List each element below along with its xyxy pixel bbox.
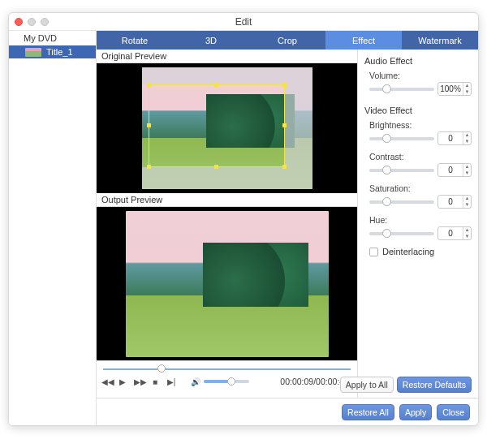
- saturation-thumb[interactable]: [382, 197, 391, 206]
- apply-button[interactable]: Apply: [399, 404, 432, 420]
- contrast-thumb[interactable]: [382, 166, 391, 174]
- effect-panel: Audio Effect Volume: 100%▲▼ Video Effect…: [358, 50, 478, 398]
- saturation-slider[interactable]: [369, 200, 434, 204]
- spinner-down-icon[interactable]: ▼: [463, 202, 471, 209]
- brightness-slider[interactable]: [369, 137, 434, 140]
- spinner-down-icon[interactable]: ▼: [463, 234, 471, 240]
- footer-buttons: Restore All Apply Close: [97, 398, 478, 425]
- deinterlacing-checkbox[interactable]: Deinterlacing: [364, 247, 472, 256]
- edit-window: Edit My DVD Title_1 Rotate 3D Crop Effec…: [8, 12, 479, 426]
- volume-playback-thumb[interactable]: [227, 377, 235, 386]
- title-thumbnail-icon: [25, 48, 41, 57]
- restore-all-button[interactable]: Restore All: [342, 404, 394, 420]
- spinner-down-icon[interactable]: ▼: [463, 170, 471, 177]
- tab-crop[interactable]: Crop: [249, 31, 325, 50]
- contrast-slider[interactable]: [369, 169, 434, 172]
- volume-thumb[interactable]: [382, 84, 391, 93]
- apply-to-all-button[interactable]: Apply to All: [340, 377, 394, 393]
- tab-effect[interactable]: Effect: [325, 31, 402, 50]
- sidebar-item-title1[interactable]: Title_1: [9, 45, 96, 58]
- crop-handle[interactable]: [147, 83, 151, 87]
- contrast-spinner[interactable]: 0▲▼: [437, 163, 472, 177]
- restore-defaults-button[interactable]: Restore Defaults: [397, 377, 472, 393]
- time-display: 00:00:09/00:00:41: [280, 377, 349, 386]
- hue-value: 0: [438, 229, 463, 238]
- prev-frame-icon[interactable]: ◀◀: [101, 377, 111, 386]
- saturation-value: 0: [438, 197, 463, 206]
- spinner-down-icon[interactable]: ▼: [463, 89, 471, 96]
- preview-area: Original Preview: [97, 50, 358, 398]
- sidebar: My DVD Title_1: [9, 31, 97, 425]
- tab-rotate[interactable]: Rotate: [97, 31, 173, 50]
- end-icon[interactable]: ▶|: [166, 377, 176, 386]
- brightness-label: Brightness:: [364, 120, 472, 130]
- crop-handle[interactable]: [282, 165, 287, 169]
- seek-thumb[interactable]: [157, 364, 166, 373]
- output-preview-label: Output Preview: [97, 193, 357, 207]
- crop-handle[interactable]: [282, 123, 287, 127]
- audio-effect-section: Audio Effect: [364, 56, 472, 66]
- output-preview-video: [126, 211, 329, 357]
- hue-thumb[interactable]: [382, 229, 391, 238]
- volume-playback-slider[interactable]: [204, 380, 249, 383]
- titlebar: Edit: [9, 13, 478, 31]
- crop-handle[interactable]: [214, 165, 218, 169]
- hue-label: Hue:: [364, 215, 472, 225]
- crop-handle[interactable]: [214, 83, 218, 87]
- brightness-spinner[interactable]: 0▲▼: [437, 131, 472, 145]
- window-title: Edit: [9, 16, 478, 28]
- crop-handle[interactable]: [147, 123, 151, 127]
- tab-3d[interactable]: 3D: [173, 31, 249, 50]
- spinner-up-icon[interactable]: ▲: [463, 196, 471, 202]
- playback-controls: ◀◀ ▶ ▶▶ ■ ▶| 🔊 00:00:09/00:00:: [97, 360, 357, 398]
- sidebar-root[interactable]: My DVD: [9, 31, 96, 45]
- brightness-thumb[interactable]: [382, 134, 391, 143]
- crop-handle[interactable]: [147, 165, 151, 169]
- deinterlacing-label: Deinterlacing: [382, 247, 434, 256]
- original-preview-label: Original Preview: [97, 50, 357, 63]
- crop-handle[interactable]: [282, 83, 287, 87]
- tabs: Rotate 3D Crop Effect Watermark: [97, 31, 478, 50]
- spinner-up-icon[interactable]: ▲: [463, 164, 471, 170]
- seek-slider[interactable]: [103, 365, 351, 373]
- hue-slider[interactable]: [369, 232, 434, 235]
- hue-spinner[interactable]: 0▲▼: [437, 226, 472, 240]
- play-icon[interactable]: ▶: [118, 377, 127, 386]
- crop-selection[interactable]: [149, 84, 285, 167]
- original-preview-frame: [97, 63, 357, 193]
- volume-icon[interactable]: 🔊: [191, 377, 200, 386]
- video-effect-section: Video Effect: [364, 106, 472, 115]
- spinner-up-icon[interactable]: ▲: [463, 227, 471, 234]
- sidebar-item-label: Title_1: [46, 47, 73, 57]
- contrast-label: Contrast:: [364, 152, 472, 162]
- volume-spinner[interactable]: 100%▲▼: [437, 82, 472, 96]
- tab-watermark[interactable]: Watermark: [402, 31, 478, 50]
- spinner-up-icon[interactable]: ▲: [463, 83, 471, 89]
- original-preview-video[interactable]: [142, 67, 312, 189]
- spinner-down-icon[interactable]: ▼: [463, 139, 471, 145]
- checkbox-icon[interactable]: [369, 248, 378, 256]
- close-button[interactable]: Close: [437, 404, 470, 420]
- stop-icon[interactable]: ■: [150, 377, 160, 386]
- saturation-label: Saturation:: [364, 183, 472, 193]
- saturation-spinner[interactable]: 0▲▼: [437, 195, 472, 209]
- volume-label: Volume:: [364, 71, 472, 80]
- brightness-value: 0: [438, 134, 463, 143]
- volume-value: 100%: [438, 84, 463, 93]
- spinner-up-icon[interactable]: ▲: [463, 132, 471, 139]
- volume-slider[interactable]: [369, 88, 434, 91]
- contrast-value: 0: [438, 166, 463, 174]
- output-preview-frame: [97, 207, 357, 360]
- next-frame-icon[interactable]: ▶▶: [134, 377, 144, 386]
